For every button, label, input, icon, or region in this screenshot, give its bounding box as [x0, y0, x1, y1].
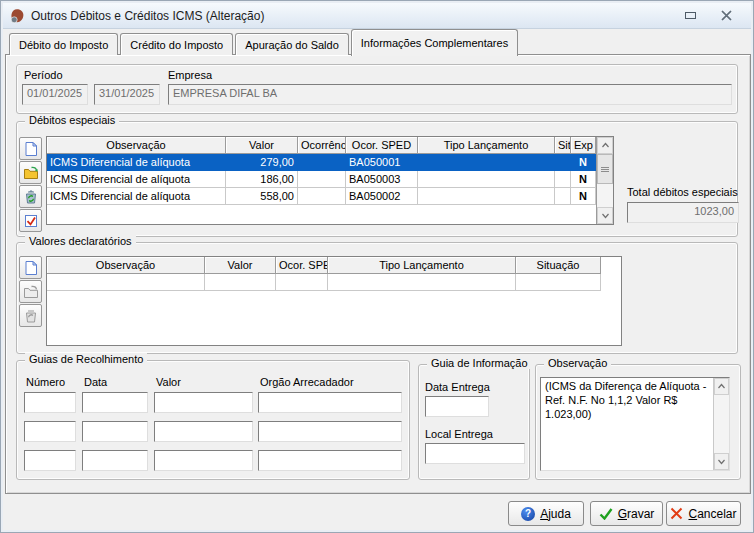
cell-sit[interactable] — [555, 188, 571, 205]
cell-valor[interactable]: 558,00 — [226, 188, 298, 205]
guia-data-input-2[interactable] — [82, 421, 148, 442]
tab-page-informacoes-complementares: Período Empresa 01/01/2025 31/01/2025 EM… — [5, 54, 751, 494]
guia-orgao-input-3[interactable] — [258, 450, 402, 471]
scroll-down-icon[interactable] — [597, 207, 613, 224]
cancel-button[interactable]: Cancelar — [666, 501, 741, 526]
notes-text: (ICMS da Diferença de Alíquota - Ref. N.… — [545, 380, 706, 420]
notes-textarea[interactable]: (ICMS da Diferença de Alíquota - Ref. N.… — [540, 377, 730, 471]
data-entrega-label: Data Entrega — [425, 381, 490, 393]
tab-apuracao-do-saldo[interactable]: Apuração do Saldo — [235, 33, 349, 55]
tab-label: Crédito do Imposto — [130, 39, 223, 51]
cell-valor[interactable]: 186,00 — [226, 171, 298, 188]
guia-orgao-input-2[interactable] — [258, 421, 402, 442]
table-row[interactable]: ICMS Diferencial de alíquota 558,00 BA05… — [47, 188, 613, 205]
cell-tipo-lancamento[interactable] — [328, 274, 516, 291]
cell-valor[interactable]: 279,00 — [226, 154, 298, 171]
guia-data-input-3[interactable] — [82, 450, 148, 471]
cell-ocor-sped[interactable]: BA050002 — [346, 188, 418, 205]
total-special-debits-label: Total débitos especiais — [627, 186, 738, 198]
guia-data-input-1[interactable] — [82, 392, 148, 413]
cell-tipo-lancamento[interactable] — [418, 188, 555, 205]
open-folder-disabled-icon — [23, 284, 39, 300]
column-header-ocor-sped: Ocor. SPED — [346, 137, 418, 154]
save-button[interactable]: Gravar — [590, 501, 663, 526]
cell-tipo-lancamento[interactable] — [418, 171, 555, 188]
guia-valor-input-3[interactable] — [154, 450, 253, 471]
cell-valor[interactable] — [205, 274, 276, 291]
column-header-ocor-sped: Ocor. SPED — [276, 257, 328, 274]
new-document-icon — [23, 260, 39, 276]
debits-confirm-button[interactable] — [19, 209, 42, 232]
cell-exp[interactable]: N — [571, 154, 596, 171]
cell-exp[interactable]: N — [571, 188, 596, 205]
scrollbar-thumb[interactable] — [597, 154, 613, 184]
guia-numero-input-2[interactable] — [24, 421, 76, 442]
cell-exp[interactable]: N — [571, 171, 596, 188]
declaratory-values-caption: Valores declaratórios — [25, 235, 136, 247]
guia-valor-input-1[interactable] — [154, 392, 253, 413]
column-header-observacao: Observação — [47, 137, 226, 154]
period-end-field: 31/01/2025 — [94, 84, 160, 105]
help-button[interactable]: ? Ajuda — [508, 501, 584, 526]
column-header-exp: Exp — [571, 137, 596, 154]
cell-ocor-sped[interactable]: BA050001 — [346, 154, 418, 171]
cell-situacao[interactable] — [516, 274, 601, 291]
thumb-grip-icon — [601, 167, 609, 172]
valor-label: Valor — [156, 376, 181, 388]
guia-valor-input-2[interactable] — [154, 421, 253, 442]
title-bar: Outros Débitos e Créditos ICMS (Alteraçã… — [3, 3, 751, 29]
debits-new-button[interactable] — [19, 137, 42, 160]
cell-ocorrencia[interactable] — [298, 188, 346, 205]
declaratory-new-button[interactable] — [19, 256, 42, 279]
notes-scrollbar[interactable] — [713, 378, 729, 470]
guia-numero-input-1[interactable] — [24, 392, 76, 413]
data-entrega-input[interactable] — [425, 396, 489, 417]
tab-credito-do-imposto[interactable]: Crédito do Imposto — [120, 33, 233, 55]
debits-table-scrollbar[interactable] — [596, 137, 613, 224]
check-icon — [599, 508, 613, 520]
company-label: Empresa — [168, 69, 212, 81]
cell-ocorrencia[interactable] — [298, 154, 346, 171]
cell-ocor-sped[interactable] — [276, 274, 328, 291]
cell-observacao[interactable]: ICMS Diferencial de alíquota — [47, 171, 226, 188]
scrollbar-track[interactable] — [597, 184, 613, 207]
close-button[interactable] — [715, 8, 737, 24]
recycle-bin-icon — [23, 189, 39, 205]
scroll-up-icon[interactable] — [597, 137, 613, 154]
period-label: Período — [24, 69, 63, 81]
table-row[interactable] — [47, 274, 621, 291]
scrollbar-track[interactable] — [714, 395, 729, 453]
cancel-button-label: Cancelar — [688, 507, 736, 521]
cell-observacao[interactable]: ICMS Diferencial de alíquota — [47, 154, 226, 171]
table-row[interactable]: ICMS Diferencial de alíquota 279,00 BA05… — [47, 154, 613, 171]
cell-sit[interactable] — [555, 154, 571, 171]
tab-debito-do-imposto[interactable]: Débito do Imposto — [9, 33, 118, 55]
scroll-up-icon[interactable] — [714, 378, 729, 395]
cell-tipo-lancamento[interactable] — [418, 154, 555, 171]
cell-ocor-sped[interactable]: BA050003 — [346, 171, 418, 188]
guia-orgao-input-1[interactable] — [258, 392, 402, 413]
scroll-down-icon[interactable] — [714, 453, 729, 470]
cell-observacao[interactable] — [47, 274, 205, 291]
cell-ocorrencia[interactable] — [298, 171, 346, 188]
cell-observacao[interactable]: ICMS Diferencial de alíquota — [47, 188, 226, 205]
column-header-situacao: Situação — [516, 257, 601, 274]
open-folder-icon — [23, 165, 39, 181]
local-entrega-input[interactable] — [425, 443, 525, 464]
special-debits-caption: Débitos especiais — [25, 114, 119, 126]
cell-sit[interactable] — [555, 171, 571, 188]
tab-informacoes-complementares[interactable]: Informações Complementares — [351, 29, 518, 56]
payment-slips-caption: Guias de Recolhimento — [25, 353, 147, 365]
tab-label: Débito do Imposto — [19, 39, 108, 51]
guia-numero-input-3[interactable] — [24, 450, 76, 471]
debits-open-button[interactable] — [19, 161, 42, 184]
debits-delete-button[interactable] — [19, 185, 42, 208]
new-document-icon — [23, 141, 39, 157]
window-title: Outros Débitos e Créditos ICMS (Alteraçã… — [31, 9, 264, 23]
data-label: Data — [84, 376, 107, 388]
special-debits-table: Observação Valor Ocorrência Ocor. SPED T… — [46, 136, 614, 225]
table-row[interactable]: ICMS Diferencial de alíquota 186,00 BA05… — [47, 171, 613, 188]
minimize-button[interactable] — [679, 8, 701, 24]
local-entrega-label: Local Entrega — [425, 428, 493, 440]
checkbox-icon — [23, 213, 39, 229]
